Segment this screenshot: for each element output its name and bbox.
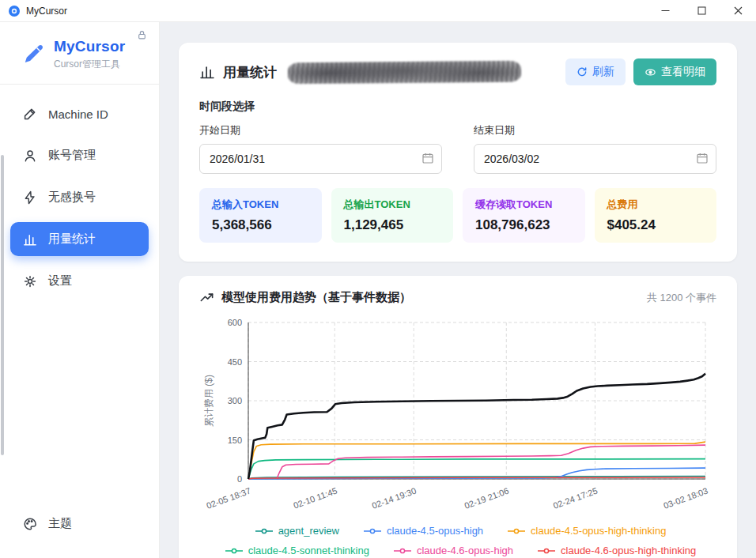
legend-item[interactable]: claude-4.5-opus-high [363,525,483,537]
sidebar-scrollbar[interactable] [1,155,4,455]
svg-text:150: 150 [228,435,242,445]
stat-card-cache-read-tokens: 缓存读取TOKEN 108,796,623 [463,188,585,243]
legend-marker-icon [363,527,382,535]
stat-card-input-tokens: 总输入TOKEN 5,368,566 [199,188,322,243]
svg-text:0: 0 [237,474,242,484]
sidebar-item-usage-stats[interactable]: 用量统计 [10,222,149,256]
svg-text:02-24 17:25: 02-24 17:25 [552,486,599,511]
svg-text:02-19 21:06: 02-19 21:06 [463,486,510,511]
sidebar-item-label: 账号管理 [48,148,96,163]
stat-label: 总输出TOKEN [344,198,441,212]
usage-stats-card: 用量统计 刷新 查看明细 [179,43,737,262]
legend-item[interactable]: claude-4.6-opus-high-thinking [537,545,696,556]
app-logo: MyCursor Cursor管理工具 [0,32,159,84]
legend-label: claude-4.5-opus-high-thinking [531,525,666,537]
svg-text:累计费用 ($): 累计费用 ($) [203,375,214,427]
legend-label: agent_review [278,525,339,537]
stat-label: 总输入TOKEN [212,198,309,212]
trend-up-icon [199,290,214,305]
calendar-icon[interactable] [421,152,434,168]
gear-icon [23,274,37,288]
start-date-label: 开始日期 [199,123,442,138]
lock-icon [137,29,147,43]
svg-text:02-10 11:45: 02-10 11:45 [292,486,338,511]
chart-legend: agent_reviewclaude-4.5-opus-highclaude-4… [199,525,721,556]
calendar-icon[interactable] [696,152,709,168]
period-section-label: 时间段选择 [199,100,716,114]
legend-marker-icon [507,527,526,535]
minimize-button[interactable] [647,0,683,21]
stat-card-output-tokens: 总输出TOKEN 1,129,465 [331,188,454,243]
stat-value: 108,796,623 [475,217,573,233]
stat-value: 1,129,465 [344,217,441,233]
app-logo-icon [8,5,21,17]
svg-text:02-14 19:30: 02-14 19:30 [371,486,418,511]
sidebar-item-account-switch[interactable]: 无感换号 [10,180,149,214]
stat-value: 5,368,566 [212,217,309,233]
pen-logo-icon [22,43,46,66]
sidebar-item-machine-id[interactable]: Machine ID [10,97,149,130]
sidebar-item-accounts[interactable]: 账号管理 [10,138,149,172]
refresh-label: 刷新 [592,65,614,79]
sidebar-nav: Machine ID 账号管理 无感换号 [0,97,159,298]
legend-marker-icon [393,547,412,555]
close-button[interactable] [720,0,756,21]
sidebar: MyCursor Cursor管理工具 Machine ID 账号管理 [0,22,160,558]
stats-row: 总输入TOKEN 5,368,566 总输出TOKEN 1,129,465 缓存… [199,188,716,243]
legend-item[interactable]: claude-4.5-sonnet-thinking [225,545,369,556]
svg-text:450: 450 [228,357,242,367]
sidebar-item-settings[interactable]: 设置 [10,264,149,298]
legend-marker-icon [225,547,244,555]
lightning-icon [23,190,37,205]
stylus-pen-icon [23,107,37,121]
sidebar-item-theme[interactable]: 主题 [10,507,149,541]
refresh-icon [576,66,588,77]
legend-marker-icon [255,527,274,535]
bar-chart-icon [199,64,215,80]
stat-label: 缓存读取TOKEN [475,198,573,212]
redacted-text [288,60,521,84]
main-content: 用量统计 刷新 查看明细 [160,22,756,558]
start-date-input[interactable] [199,144,442,174]
legend-marker-icon [537,547,556,555]
legend-item[interactable]: claude-4.6-opus-high [393,545,513,556]
logo-subtitle: Cursor管理工具 [54,58,125,71]
sidebar-item-label: 设置 [48,273,72,288]
refresh-button[interactable]: 刷新 [565,58,626,85]
svg-text:02-05 18:37: 02-05 18:37 [205,486,251,511]
titlebar: MyCursor [0,0,756,22]
stat-label: 总费用 [607,198,705,212]
eye-icon [644,66,656,78]
page-title: 用量统计 [223,63,277,81]
view-details-button[interactable]: 查看明细 [633,58,716,85]
sidebar-divider [0,84,159,85]
stat-card-total-cost: 总费用 $405.24 [595,188,717,243]
cost-trend-chart: 015030045060002-05 18:3702-10 11:4502-14… [199,313,718,523]
stat-value: $405.24 [607,217,705,233]
app-window: MyCursor MyCursor [0,0,756,558]
sidebar-item-label: 主题 [48,516,72,531]
svg-text:03-02 18:03: 03-02 18:03 [662,486,709,511]
palette-icon [23,517,37,531]
end-date-input[interactable] [474,144,716,174]
end-date-label: 结束日期 [474,123,716,138]
logo-title: MyCursor [54,38,125,55]
user-icon [23,149,37,163]
svg-text:600: 600 [228,318,242,327]
legend-item[interactable]: claude-4.5-opus-high-thinking [507,525,666,537]
legend-item[interactable]: agent_review [255,525,339,537]
legend-label: claude-4.6-opus-high [417,545,513,556]
view-details-label: 查看明细 [661,65,705,79]
sidebar-item-label: 用量统计 [48,232,96,247]
event-count: 共 1200 个事件 [647,291,716,305]
chart-title: 模型使用费用趋势（基于事件数据） [221,290,411,305]
legend-label: claude-4.6-opus-high-thinking [561,545,696,556]
window-controls [647,0,756,21]
sidebar-item-label: 无感换号 [48,190,96,205]
cost-trend-card: 模型使用费用趋势（基于事件数据） 共 1200 个事件 015030045060… [179,276,737,558]
maximize-button[interactable] [683,0,720,21]
legend-label: claude-4.5-opus-high [387,525,483,537]
bar-chart-icon [23,232,37,247]
sidebar-item-label: Machine ID [48,107,108,121]
window-title: MyCursor [26,6,67,17]
